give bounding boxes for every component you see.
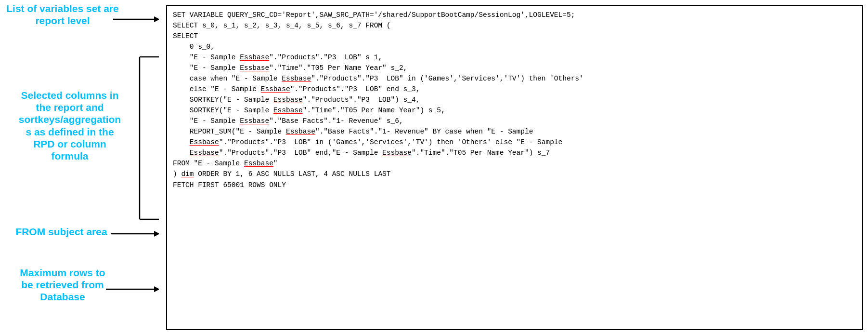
code-line-9: SORTKEY("E - Sample Essbase"."Products".… xyxy=(173,94,856,105)
code-line-8: else "E - Sample Essbase"."Products"."P3… xyxy=(173,84,856,94)
code-line-11: "E - Sample Essbase"."Base Facts"."1- Re… xyxy=(173,116,856,126)
code-line-16: ) dim ORDER BY 1, 6 ASC NULLS LAST, 4 AS… xyxy=(173,169,856,179)
code-line-1: SET VARIABLE QUERY_SRC_CD='Report',SAW_S… xyxy=(173,10,856,20)
annotation-from: FROM subject area xyxy=(5,226,118,238)
code-line-4: 0 s_0, xyxy=(173,41,856,52)
code-line-12: REPORT_SUM("E - Sample Essbase"."Base Fa… xyxy=(173,126,856,137)
annotation-columns: Selected columns inthe report andsortkey… xyxy=(5,89,135,162)
code-line-2: SELECT s_0, s_1, s_2, s_3, s_4, s_5, s_6… xyxy=(173,20,856,31)
code-line-7: case when "E - Sample Essbase"."Products… xyxy=(173,73,856,84)
code-line-17: FETCH FIRST 65001 ROWS ONLY xyxy=(173,180,856,190)
annotation-maxrows: Maximum rows tobe retrieved fromDatabase xyxy=(5,267,120,303)
code-line-15: FROM "E - Sample Essbase" xyxy=(173,158,856,169)
code-line-14: Essbase"."Products"."P3 LOB" end,"E - Sa… xyxy=(173,147,856,158)
code-line-3: SELECT xyxy=(173,31,856,41)
annotation-variables: List of variables set are report level xyxy=(5,2,120,27)
code-line-5: "E - Sample Essbase"."Products"."P3 LOB"… xyxy=(173,52,856,63)
code-line-6: "E - Sample Essbase"."Time"."T05 Per Nam… xyxy=(173,63,856,73)
main-container: List of variables set are report level S… xyxy=(0,0,868,335)
code-panel: SET VARIABLE QUERY_SRC_CD='Report',SAW_S… xyxy=(166,5,863,330)
code-line-10: SORTKEY("E - Sample Essbase"."Time"."T05… xyxy=(173,105,856,116)
code-line-13: Essbase"."Products"."P3 LOB" in ('Games'… xyxy=(173,137,856,147)
